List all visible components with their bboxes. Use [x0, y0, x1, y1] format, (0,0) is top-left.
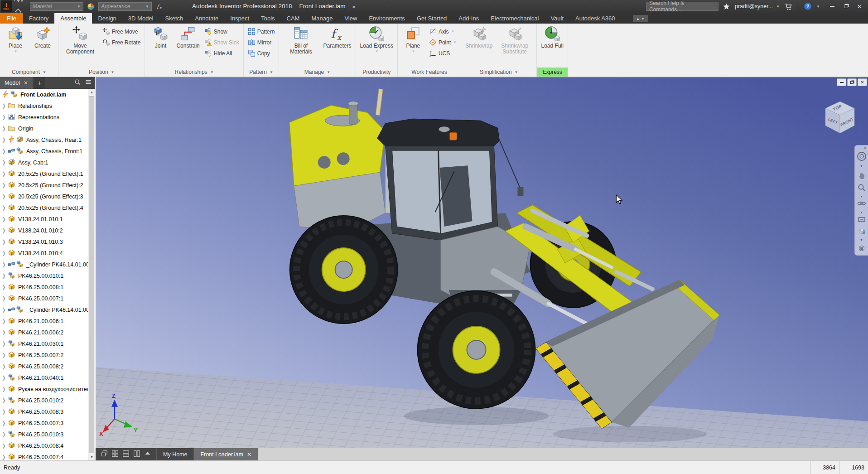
panel-label[interactable]: Component▼	[0, 68, 58, 77]
tree-item[interactable]: ❯PK46.25.00.007:1	[0, 293, 88, 304]
panel-label[interactable]: Express	[537, 68, 568, 77]
ribbon-tab-factory[interactable]: Factory	[23, 13, 54, 24]
expand-chevron-icon[interactable]: ❯	[2, 307, 8, 313]
chevron-down-icon[interactable]: ▼	[860, 238, 863, 242]
load-express-button[interactable]: Load Express▼	[358, 25, 395, 54]
expand-chevron-icon[interactable]: ❯	[2, 193, 8, 199]
parameters-button[interactable]: fxParameters	[321, 25, 353, 50]
a360-sync-button[interactable]: ▲▼	[633, 15, 648, 22]
expand-chevron-icon[interactable]: ❯	[2, 420, 8, 426]
tree-item[interactable]: ❯PK46.21.00.006:1	[0, 315, 88, 327]
chevron-down-icon[interactable]: ▼	[860, 195, 863, 198]
tree-item[interactable]: ❯20.5x25 (Ground Effect):1	[0, 168, 88, 179]
ribbon-tab-view[interactable]: View	[338, 13, 363, 24]
show-button[interactable]: Show	[203, 27, 241, 36]
tree-item[interactable]: ❯Assy, Cab:1	[0, 157, 88, 168]
mirror-button[interactable]: Mirror	[246, 38, 277, 47]
axis-button[interactable]: Axis▼	[427, 27, 458, 36]
expand-chevron-icon[interactable]: ❯	[2, 250, 8, 256]
panel-label[interactable]: Position▼	[58, 68, 145, 77]
inventor-logo-icon[interactable]: IPRO	[1, 0, 12, 12]
ribbon-tab-vault[interactable]: Vault	[545, 13, 569, 24]
tree-item[interactable]: ❯Origin	[0, 123, 88, 134]
expand-chevron-icon[interactable]: ❯	[2, 375, 8, 381]
scroll-up-icon[interactable]: ▲	[88, 89, 95, 96]
expand-chevron-icon[interactable]: ❯	[2, 114, 8, 120]
expand-chevron-icon[interactable]: ❯	[2, 216, 8, 222]
expand-chevron-icon[interactable]: ❯	[2, 182, 8, 188]
expand-chevron-icon[interactable]: ❯	[2, 126, 8, 131]
hide-all-button[interactable]: Hide All	[203, 48, 241, 58]
fx-parameters-button[interactable]: fx	[154, 1, 165, 12]
tree-item[interactable]: ❯PK46.25.00.010:2	[0, 395, 88, 406]
expand-chevron-icon[interactable]: ❯	[2, 397, 8, 403]
tree-item[interactable]: ❯PK46.25.00.008:4	[0, 440, 88, 451]
pan-button[interactable]	[857, 171, 866, 182]
browser-scrollbar[interactable]: ▲ ▼	[88, 89, 95, 460]
tree-item[interactable]: ❯V138.24.01.010:2	[0, 225, 88, 236]
orbit-button[interactable]	[857, 199, 866, 210]
view-face-button[interactable]	[857, 227, 866, 237]
free-move-button[interactable]: Free Move	[101, 27, 142, 36]
minimize-button[interactable]	[825, 1, 839, 11]
ribbon-tab-manage[interactable]: Manage	[305, 13, 338, 24]
tree-item[interactable]: ❯V138.24.01.010:3	[0, 236, 88, 247]
panel-label[interactable]: Manage▼	[279, 68, 355, 77]
expand-arrow-icon[interactable]: ▸	[353, 3, 356, 10]
doc-restore-button[interactable]	[847, 78, 857, 86]
tree-item[interactable]: ❯PK46.21.00.006:2	[0, 327, 88, 338]
zoom-button[interactable]	[857, 183, 866, 194]
expand-chevron-icon[interactable]: ❯	[2, 318, 8, 324]
tree-item[interactable]: ❯PK46.21.00.040:1	[0, 372, 88, 383]
browser-search-button[interactable]	[74, 79, 81, 87]
show-sick-button[interactable]: Show Sick	[203, 38, 241, 47]
chevron-down-icon[interactable]: ▼	[860, 164, 863, 168]
chevron-down-icon[interactable]: ▼	[816, 5, 820, 9]
tree-item[interactable]: ❯V138.24.01.010:1	[0, 213, 88, 225]
tree-item[interactable]: ❯_Cylinder PK46.14.01.000:2	[0, 304, 88, 315]
tree-item[interactable]: ❯20.5x25 (Ground Effect):2	[0, 179, 88, 191]
collapse-icon-button[interactable]	[144, 450, 152, 459]
panel-label[interactable]: Productivity	[356, 68, 397, 77]
document-tab-front-loader-iam[interactable]: Front Loader.iam✕	[193, 448, 258, 460]
ribbon-tab-electromechanical[interactable]: Electromechanical	[485, 13, 545, 24]
pattern-button[interactable]: Pattern	[246, 27, 277, 36]
tree-item[interactable]: ❯PK46.21.00.030:1	[0, 338, 88, 349]
collapse-icon[interactable]	[144, 450, 152, 458]
expand-chevron-icon[interactable]: ❯	[2, 239, 8, 245]
cascade-icon-button[interactable]	[100, 450, 108, 459]
expand-chevron-icon[interactable]: ❯	[2, 273, 8, 279]
doc-close-button[interactable]: ✕	[858, 78, 867, 86]
expand-chevron-icon[interactable]: ❯	[2, 363, 8, 369]
favorites-button[interactable]	[721, 1, 732, 12]
tile-horizontal-icon[interactable]	[122, 450, 130, 458]
tile-grid-icon[interactable]	[111, 450, 119, 458]
copy-button[interactable]: Copy	[246, 48, 277, 58]
ribbon-tab-tools[interactable]: Tools	[255, 13, 280, 24]
panel-label[interactable]: Work Features	[398, 68, 461, 77]
tree-item[interactable]: ❯Representations	[0, 111, 88, 123]
tree-item[interactable]: ❯V138.24.01.010:4	[0, 247, 88, 259]
shrinkwrap-button[interactable]: Shrinkwrap	[463, 25, 494, 50]
ribbon-tab-3d-model[interactable]: 3D Model	[122, 13, 159, 24]
tree-item[interactable]: ❯Assy, Chassis, Rear:1	[0, 134, 88, 145]
tree-item[interactable]: ❯PK46.25.00.007:2	[0, 349, 88, 361]
appearance-dropdown[interactable]: Appearance ▼	[98, 2, 152, 11]
tile-horizontal-icon-button[interactable]	[122, 450, 130, 459]
expand-chevron-icon[interactable]: ❯	[2, 295, 8, 301]
material-dropdown[interactable]: Material ▼	[30, 2, 83, 11]
panel-label[interactable]: Relationships▼	[145, 68, 243, 77]
browser-tab-model[interactable]: Model ✕	[0, 77, 33, 89]
bill-of-materials-button[interactable]: Bill of Materials	[281, 25, 320, 56]
cascade-icon[interactable]	[100, 450, 108, 458]
tree-item[interactable]: ❯PK46.25.00.010:1	[0, 270, 88, 281]
doc-minimize-button[interactable]	[837, 78, 846, 86]
tree-item[interactable]: ❯PK46.25.00.007:3	[0, 417, 88, 429]
ribbon-tab-cam[interactable]: CAM	[281, 13, 306, 24]
tile-grid-icon-button[interactable]	[111, 450, 119, 459]
ribbon-tab-add-ins[interactable]: Add-Ins	[453, 13, 485, 24]
expand-chevron-icon[interactable]: ❯	[2, 341, 8, 347]
close-icon[interactable]: ✕	[247, 451, 251, 458]
scroll-down-icon[interactable]: ▼	[88, 454, 95, 460]
tree-item[interactable]: ❯_Cylinder PK46.14.01.000:1	[0, 259, 88, 270]
